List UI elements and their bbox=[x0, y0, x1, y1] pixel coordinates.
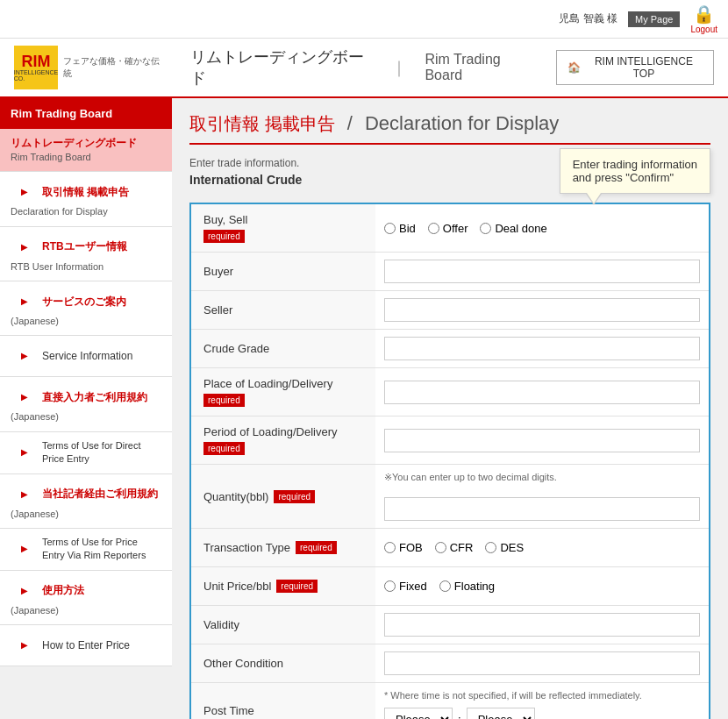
logo-area: RIM INTELLIGENCE CO. フェアな価格・確かな伝統 bbox=[14, 46, 164, 89]
input-buyer[interactable] bbox=[384, 260, 700, 283]
rim-top-button[interactable]: 🏠 RIM INTELLIGENCE TOP bbox=[556, 50, 714, 85]
radio-bid[interactable]: Bid bbox=[384, 222, 416, 235]
form-row-period: Period of Loading/Delivery required bbox=[191, 416, 709, 465]
field-unit-price: Fixed Floating bbox=[375, 567, 709, 605]
sidebar-title: Rim Trading Board bbox=[0, 98, 172, 129]
input-place[interactable] bbox=[384, 381, 700, 404]
post-time-minute[interactable]: Please bbox=[467, 708, 535, 719]
label-post-time: Post Time bbox=[191, 683, 375, 719]
layout: Rim Trading Board リムトレーディングボード Rim Tradi… bbox=[0, 98, 728, 719]
label-crude-grade: Crude Grade bbox=[191, 330, 375, 367]
header-divider: ｜ bbox=[391, 57, 407, 78]
header-right: 🏠 RIM INTELLIGENCE TOP bbox=[556, 50, 714, 85]
field-quantity: ※You can enter up to two decimal digits. bbox=[375, 465, 709, 528]
page-title: 取引情報 掲載申告 / Declaration for Display bbox=[189, 112, 710, 145]
sidebar-item-declaration[interactable]: ▶ 取引情報 掲載申告 Declaration for Display bbox=[0, 172, 172, 226]
input-other-condition[interactable] bbox=[384, 651, 700, 675]
form-row-post-time: Post Time * Where time is not specified,… bbox=[191, 683, 709, 719]
form-row-transaction-type: Transaction Type required FOB CFR DES bbox=[191, 529, 709, 567]
label-period: Period of Loading/Delivery required bbox=[191, 416, 375, 464]
sidebar-item-service-en[interactable]: ▶ Service Information bbox=[0, 336, 172, 377]
field-transaction-type: FOB CFR DES bbox=[375, 529, 709, 566]
sidebar-item-rtb-user[interactable]: ▶ RTBユーザー情報 RTB User Information bbox=[0, 227, 172, 281]
sidebar-item-en-3: (Japanese) bbox=[11, 315, 161, 328]
label-quantity: Quantity(bbl) required bbox=[191, 465, 375, 528]
label-other-condition: Other Condition bbox=[191, 644, 375, 682]
input-seller[interactable] bbox=[384, 298, 700, 322]
radio-deal-done[interactable]: Deal done bbox=[480, 222, 546, 235]
field-validity bbox=[375, 606, 709, 644]
sidebar-item-jp-0: リムトレーディングボード bbox=[11, 136, 161, 151]
sidebar-item-usage-jp[interactable]: ▶ 使用方法 (Japanese) bbox=[0, 571, 172, 625]
sidebar-item-en-2: RTB User Information bbox=[11, 260, 161, 274]
main-content: 取引情報 掲載申告 / Declaration for Display Ente… bbox=[172, 98, 728, 719]
sidebar-item-direct-en[interactable]: ▶ Terms of Use for Direct Price Entry bbox=[0, 432, 172, 474]
field-buyer bbox=[375, 253, 709, 290]
input-validity[interactable] bbox=[384, 613, 700, 637]
required-badge-buy-sell: required bbox=[203, 230, 245, 243]
field-other-condition bbox=[375, 644, 709, 682]
logo-sub: INTELLIGENCE CO. bbox=[14, 69, 59, 82]
input-quantity[interactable] bbox=[384, 497, 700, 521]
sidebar-item-label-service-en: Service Information bbox=[42, 349, 132, 364]
radio-floating[interactable]: Floating bbox=[439, 580, 495, 593]
form-row-seller: Seller bbox=[191, 291, 709, 330]
sidebar-item-how-to[interactable]: ▶ How to Enter Price bbox=[0, 625, 172, 666]
form-row-unit-price: Unit Price/bbl required Fixed Floating bbox=[191, 567, 709, 606]
radio-group-buy-sell: Bid Offer Deal done bbox=[384, 222, 547, 235]
form-row-place: Place of Loading/Delivery required bbox=[191, 368, 709, 416]
sidebar-item-jp-1: 取引情報 掲載申告 bbox=[42, 185, 129, 200]
sidebar-item-en-0: Rim Trading Board bbox=[11, 151, 161, 164]
sidebar-item-label-reporter-en: Terms of Use for Price Entry Via Rim Rep… bbox=[42, 536, 161, 563]
input-crude-grade[interactable] bbox=[384, 337, 700, 360]
sidebar-item-rim-trading-board[interactable]: リムトレーディングボード Rim Trading Board bbox=[0, 129, 172, 172]
time-inputs: Please : Please bbox=[384, 708, 700, 719]
radio-cfr[interactable]: CFR bbox=[435, 541, 474, 554]
radio-fob[interactable]: FOB bbox=[384, 541, 423, 554]
form-row-crude-grade: Crude Grade bbox=[191, 330, 709, 368]
required-badge-quantity: required bbox=[274, 490, 315, 503]
field-buy-sell: Bid Offer Deal done bbox=[375, 204, 709, 252]
form-row-other-condition: Other Condition bbox=[191, 644, 709, 683]
header-title-en: Rim Trading Board bbox=[425, 52, 538, 83]
radio-offer[interactable]: Offer bbox=[428, 222, 468, 235]
radio-des[interactable]: DES bbox=[485, 541, 524, 554]
label-buy-sell: Buy, Sell required bbox=[191, 204, 375, 252]
label-transaction-type: Transaction Type required bbox=[191, 529, 375, 566]
title-separator: / bbox=[347, 112, 353, 134]
main-header: RIM INTELLIGENCE CO. フェアな価格・確かな伝統 リムトレーデ… bbox=[0, 39, 728, 98]
required-badge-period: required bbox=[203, 442, 245, 455]
form-container: Buy, Sell required Bid Offer Deal done bbox=[189, 203, 710, 719]
logo-rim: RIM bbox=[22, 53, 51, 69]
sidebar-item-service-jp[interactable]: ▶ サービスのご案内 (Japanese) bbox=[0, 281, 172, 336]
radio-group-unit-price: Fixed Floating bbox=[384, 580, 495, 593]
sidebar-item-en-7: (Japanese) bbox=[11, 508, 161, 521]
input-period[interactable] bbox=[384, 429, 700, 452]
my-page-button[interactable]: My Page bbox=[628, 11, 680, 27]
field-place bbox=[375, 368, 709, 416]
sidebar-item-label-direct-en: Terms of Use for Direct Price Entry bbox=[42, 439, 161, 466]
sidebar-item-en-9: (Japanese) bbox=[11, 604, 161, 617]
label-place: Place of Loading/Delivery required bbox=[191, 368, 375, 416]
radio-group-transaction: FOB CFR DES bbox=[384, 541, 524, 554]
label-unit-price: Unit Price/bbl required bbox=[191, 567, 375, 605]
sidebar-item-en-5: (Japanese) bbox=[11, 410, 161, 424]
logo-box: RIM INTELLIGENCE CO. bbox=[14, 46, 58, 89]
post-time-hour[interactable]: Please bbox=[384, 708, 453, 719]
user-name: 児島 智義 様 bbox=[559, 11, 617, 26]
required-badge-unit-price: required bbox=[276, 580, 318, 593]
field-crude-grade bbox=[375, 330, 709, 367]
form-row-quantity: Quantity(bbl) required ※You can enter up… bbox=[191, 465, 709, 529]
logout-label: Logout bbox=[690, 25, 717, 34]
tooltip-bubble: Enter trading information and press "Con… bbox=[560, 148, 710, 194]
required-badge-place: required bbox=[203, 394, 245, 407]
sidebar-item-reporter-jp[interactable]: ▶ 当社記者経由ご利用規約 (Japanese) bbox=[0, 474, 172, 529]
sidebar-item-reporter-en[interactable]: ▶ Terms of Use for Price Entry Via Rim R… bbox=[0, 529, 172, 571]
form-row-validity: Validity bbox=[191, 606, 709, 644]
logout-area[interactable]: 🔒 Logout bbox=[690, 4, 717, 34]
time-colon: : bbox=[458, 713, 461, 719]
radio-fixed[interactable]: Fixed bbox=[384, 580, 427, 593]
sidebar-item-en-1: Declaration for Display bbox=[11, 205, 161, 218]
sidebar-item-jp-7: 当社記者経由ご利用規約 bbox=[42, 487, 158, 502]
sidebar-item-direct-jp[interactable]: ▶ 直接入力者ご利用規約 (Japanese) bbox=[0, 377, 172, 431]
